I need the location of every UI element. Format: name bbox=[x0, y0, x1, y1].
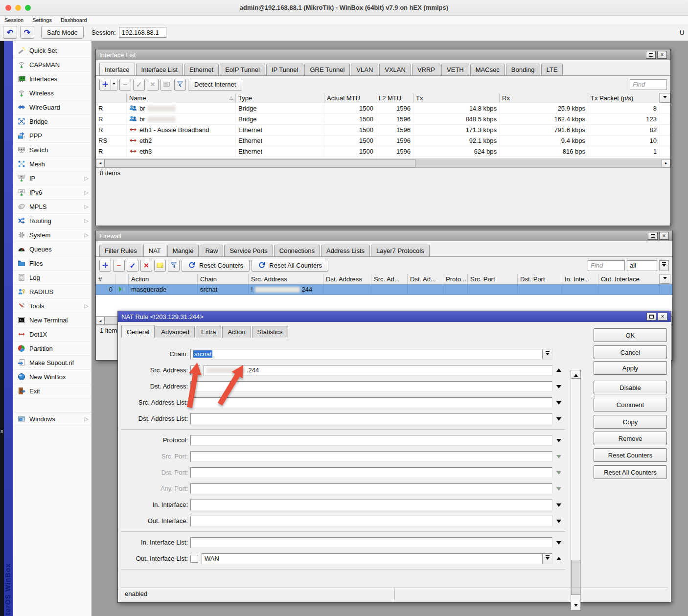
tab-address-lists[interactable]: Address Lists bbox=[321, 245, 370, 256]
field-checkbox[interactable] bbox=[190, 555, 198, 563]
apply-button[interactable]: Apply bbox=[594, 361, 667, 375]
tab-nat[interactable]: NAT bbox=[143, 244, 166, 256]
tab-service-ports[interactable]: Service Ports bbox=[224, 245, 273, 256]
expand-field-icon[interactable] bbox=[556, 487, 561, 493]
expand-field-icon[interactable] bbox=[556, 471, 561, 477]
comment-button[interactable]: Comment bbox=[594, 398, 667, 411]
tab-interface-list[interactable]: Interface List bbox=[136, 64, 183, 75]
tab-ip-tunnel[interactable]: IP Tunnel bbox=[266, 64, 304, 75]
field-input-src-port[interactable] bbox=[190, 451, 552, 462]
filter-scope-select[interactable]: all bbox=[627, 260, 657, 271]
column-header-src-address[interactable]: Src. Address bbox=[249, 274, 323, 284]
tab-lte[interactable]: LTE bbox=[541, 64, 563, 75]
session-field[interactable]: 192.168.88.1 bbox=[119, 27, 166, 38]
tab-filter-rules[interactable]: Filter Rules bbox=[99, 245, 142, 256]
sidebar-item-log[interactable]: Log bbox=[13, 271, 92, 285]
field-input-dst-address-list[interactable] bbox=[190, 413, 552, 424]
scroll-track[interactable] bbox=[571, 379, 581, 602]
field-input-src-address-list[interactable] bbox=[190, 397, 552, 408]
sidebar-item-capsman[interactable]: CAPsMAN bbox=[13, 58, 92, 72]
sidebar-item-queues[interactable]: Queues bbox=[13, 242, 92, 256]
maximize-traffic-icon[interactable] bbox=[25, 5, 31, 11]
field-input-any-port[interactable] bbox=[190, 483, 552, 494]
column-header-in-inte[interactable]: In. Inte... bbox=[562, 274, 598, 284]
column-header-actual-mtu[interactable]: Actual MTU bbox=[324, 93, 376, 103]
copy-button[interactable]: Copy bbox=[594, 415, 667, 429]
comment-button[interactable] bbox=[161, 79, 172, 91]
sidebar-item-new-winbox[interactable]: New WinBox bbox=[13, 370, 92, 384]
maximize-icon[interactable] bbox=[646, 51, 656, 59]
scroll-left-icon[interactable]: ◂ bbox=[96, 317, 105, 325]
sidebar-item-wireless[interactable]: Wireless bbox=[13, 86, 92, 100]
column-options-icon[interactable] bbox=[660, 274, 670, 284]
column-header-action[interactable]: Action bbox=[129, 274, 198, 284]
interface-row-eth2[interactable]: RSeth2Ethernet1500159692.1 kbps9.4 kbps1… bbox=[96, 136, 670, 146]
maximize-icon[interactable] bbox=[646, 313, 656, 320]
field-input-out-interface-list[interactable]: WAN bbox=[202, 553, 552, 564]
sidebar-item-switch[interactable]: Switch bbox=[13, 143, 92, 157]
column-header-flags[interactable] bbox=[96, 93, 127, 103]
tab-layer7-protocols[interactable]: Layer7 Protocols bbox=[371, 245, 430, 256]
add-button[interactable] bbox=[99, 260, 111, 272]
expand-field-icon[interactable] bbox=[556, 417, 561, 423]
tab-veth[interactable]: VETH bbox=[441, 64, 469, 75]
sidebar-item-windows[interactable]: Windows▷ bbox=[13, 412, 92, 426]
column-header-name[interactable]: Name△ bbox=[127, 93, 236, 103]
column-header-tx-packet-p-s[interactable]: Tx Packet (p/s) bbox=[588, 93, 660, 103]
dialog-vscrollbar[interactable] bbox=[571, 370, 581, 611]
expand-field-icon[interactable] bbox=[556, 385, 561, 391]
find-input[interactable] bbox=[588, 260, 625, 271]
collapse-field-icon[interactable] bbox=[556, 366, 561, 372]
comment-button[interactable] bbox=[154, 260, 166, 272]
dialog-tab-advanced[interactable]: Advanced bbox=[156, 326, 195, 338]
sidebar-item-ip[interactable]: 255IP▷ bbox=[13, 171, 92, 185]
interface-hscrollbar[interactable]: ◂ ▸ bbox=[96, 159, 670, 167]
filter-button[interactable] bbox=[174, 79, 186, 91]
sidebar-item-new-terminal[interactable]: New Terminal bbox=[13, 313, 92, 327]
interface-row-br[interactable]: RbrBridge1500159614.8 kbps25.9 kbps8 bbox=[96, 103, 670, 114]
field-input-out-interface[interactable] bbox=[190, 516, 552, 526]
scroll-down-icon[interactable] bbox=[571, 602, 581, 611]
field-input-protocol[interactable] bbox=[190, 435, 552, 446]
sidebar-item-bridge[interactable]: Bridge bbox=[13, 114, 92, 129]
find-input[interactable] bbox=[630, 79, 667, 90]
field-input-src-address[interactable]: .244 bbox=[204, 365, 552, 376]
safe-mode-button[interactable]: Safe Mode bbox=[41, 26, 84, 39]
menu-dashboard[interactable]: Dashboard bbox=[61, 17, 87, 23]
column-header-dst-address[interactable]: Dst. Address bbox=[323, 274, 371, 284]
column-header-dst-port[interactable]: Dst. Port bbox=[518, 274, 562, 284]
interface-row-eth1-aussie-broadband[interactable]: Reth1 - Aussie BroadbandEthernet15001596… bbox=[96, 125, 670, 136]
field-input-chain[interactable]: srcnat bbox=[190, 349, 552, 360]
column-header-src-port[interactable]: Src. Port bbox=[468, 274, 518, 284]
column-header-icon[interactable] bbox=[115, 274, 129, 284]
expand-field-icon[interactable] bbox=[556, 455, 561, 461]
dropdown-list-icon[interactable] bbox=[542, 554, 552, 564]
scroll-thumb[interactable] bbox=[105, 159, 415, 167]
detect-internet-button[interactable]: Detect Internet bbox=[188, 79, 242, 91]
scroll-left-icon[interactable]: ◂ bbox=[96, 159, 105, 167]
field-input-in-interface[interactable] bbox=[190, 500, 552, 510]
dialog-tab-action[interactable]: Action bbox=[222, 326, 251, 338]
remove-button[interactable]: − bbox=[113, 260, 125, 272]
redo-icon[interactable]: ↷ bbox=[20, 26, 34, 39]
ok-button[interactable]: OK bbox=[594, 328, 667, 342]
column-header-dst-ad[interactable]: Dst. Ad... bbox=[408, 274, 443, 284]
menu-session[interactable]: Session bbox=[4, 17, 23, 23]
disable-button[interactable]: × bbox=[140, 260, 152, 272]
close-icon[interactable]: × bbox=[657, 51, 667, 59]
add-dropdown-button[interactable] bbox=[111, 79, 117, 91]
sidebar-item-dot1x[interactable]: Dot1X bbox=[13, 327, 92, 342]
enable-button[interactable]: ✓ bbox=[127, 260, 138, 272]
column-header-chain[interactable]: Chain bbox=[198, 274, 249, 284]
close-icon[interactable]: × bbox=[659, 232, 669, 240]
interface-row-eth3[interactable]: Reth3Ethernet15001596624 bps816 bps1 bbox=[96, 146, 670, 157]
remove-button[interactable]: Remove bbox=[594, 432, 667, 445]
tab-vxlan[interactable]: VXLAN bbox=[379, 64, 411, 75]
close-icon[interactable]: × bbox=[658, 313, 667, 320]
firewall-window-titlebar[interactable]: Firewall × bbox=[96, 230, 672, 241]
scroll-right-icon[interactable]: ▸ bbox=[662, 159, 670, 167]
sidebar-item-wireguard[interactable]: WireGuard bbox=[13, 100, 92, 114]
reset-counters-button[interactable]: Reset Counters bbox=[594, 448, 667, 462]
tab-mangle[interactable]: Mangle bbox=[167, 245, 199, 256]
tab-connections[interactable]: Connections bbox=[274, 245, 320, 256]
